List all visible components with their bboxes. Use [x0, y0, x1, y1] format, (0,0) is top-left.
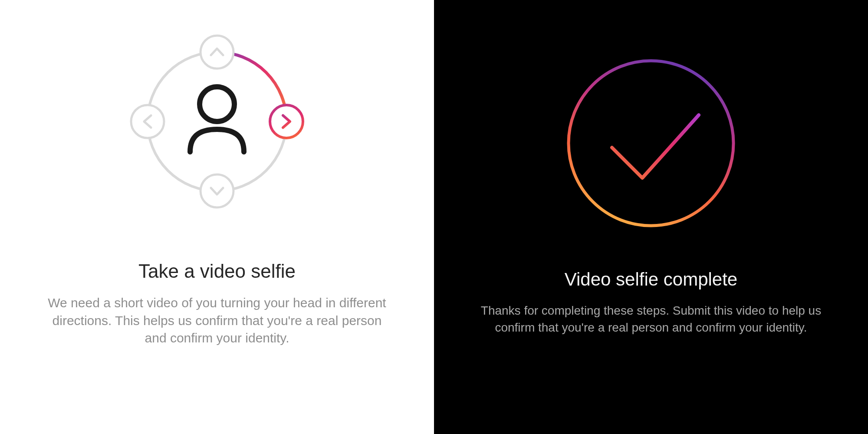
person-icon — [190, 87, 244, 152]
direction-right-icon — [270, 105, 303, 138]
head-turn-illustration — [26, 22, 408, 221]
complete-heading: Video selfie complete — [565, 269, 737, 290]
svg-point-5 — [569, 61, 733, 226]
intro-heading: Take a video selfie — [138, 260, 296, 282]
svg-point-4 — [200, 87, 234, 122]
direction-down-icon — [201, 174, 233, 207]
svg-point-1 — [131, 105, 164, 138]
video-selfie-intro-panel: Take a video selfie We need a short vide… — [0, 0, 434, 434]
direction-left-icon — [131, 105, 164, 138]
direction-up-icon — [201, 36, 233, 69]
svg-point-3 — [270, 105, 303, 138]
checkmark-circle-icon — [556, 48, 746, 239]
complete-illustration — [460, 48, 842, 239]
svg-point-2 — [201, 174, 233, 207]
complete-description: Thanks for completing these steps. Submi… — [473, 302, 829, 336]
intro-description: We need a short video of you turning you… — [48, 294, 386, 347]
svg-point-0 — [201, 36, 233, 69]
video-selfie-complete-panel: Video selfie complete Thanks for complet… — [434, 0, 868, 434]
head-turn-direction-icon — [117, 22, 317, 221]
